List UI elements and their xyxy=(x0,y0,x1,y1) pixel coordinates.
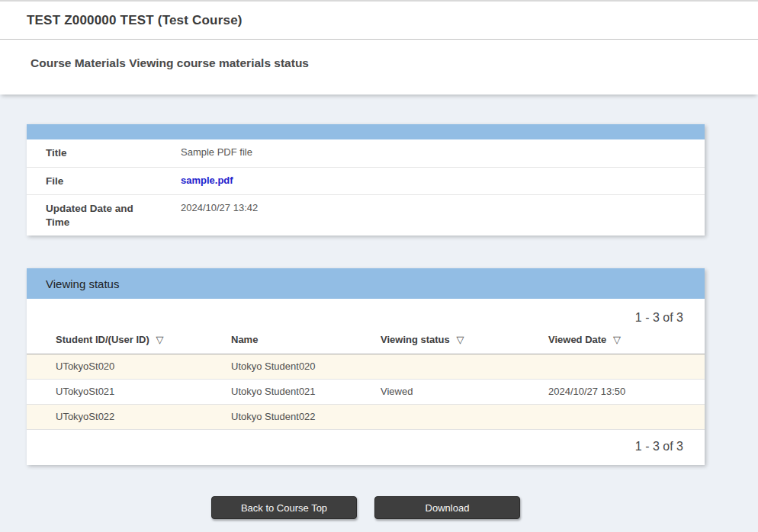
detail-row-file: File sample.pdf xyxy=(27,167,705,195)
sort-icon[interactable]: ▽ xyxy=(613,334,621,345)
viewing-status-header-bar: Viewing status xyxy=(27,268,705,299)
viewing-status-table: Student ID/(User ID) ▽ Name Viewing stat… xyxy=(27,329,705,430)
column-header-student-id[interactable]: Student ID/(User ID) ▽ xyxy=(27,329,202,354)
cell-viewing-status: Viewed xyxy=(352,380,519,405)
action-button-row: Back to Course Top Download xyxy=(27,496,705,519)
cell-viewing-status xyxy=(352,354,519,380)
column-header-name-label: Name xyxy=(231,334,258,345)
material-details-card: Title Sample PDF file File sample.pdf Up… xyxy=(27,124,705,236)
detail-value-file: sample.pdf xyxy=(162,167,705,195)
table-row: UTokyoSt020 Utokyo Student020 xyxy=(27,354,705,380)
course-title-bar: TEST Z000000 TEST (Test Course) xyxy=(0,0,758,40)
column-header-viewed-date[interactable]: Viewed Date ▽ xyxy=(519,329,705,354)
viewing-status-card: Viewing status 1 - 3 of 3 Student ID/(Us… xyxy=(27,268,705,465)
detail-value-updated: 2024/10/27 13:42 xyxy=(162,195,705,236)
file-download-link[interactable]: sample.pdf xyxy=(181,175,233,186)
column-header-viewing-status-label: Viewing status xyxy=(381,334,450,345)
detail-row-title: Title Sample PDF file xyxy=(27,139,705,167)
course-title: TEST Z000000 TEST (Test Course) xyxy=(27,13,242,28)
sort-icon[interactable]: ▽ xyxy=(456,334,464,345)
material-details-header-bar xyxy=(27,124,705,139)
detail-label-title: Title xyxy=(27,139,162,167)
pagination-top: 1 - 3 of 3 xyxy=(27,299,705,329)
detail-row-updated: Updated Date and Time 2024/10/27 13:42 xyxy=(27,195,705,236)
cell-student-id: UTokyoSt021 xyxy=(27,380,202,405)
table-row: UTokyoSt021 Utokyo Student021 Viewed 202… xyxy=(27,380,705,405)
column-header-student-id-label: Student ID/(User ID) xyxy=(56,334,149,345)
page-subtitle: Course Materials Viewing course material… xyxy=(31,56,309,70)
cell-name: Utokyo Student022 xyxy=(202,405,352,430)
cell-viewed-date xyxy=(519,405,705,430)
cell-student-id: UTokyoSt022 xyxy=(27,405,202,430)
pagination-bottom: 1 - 3 of 3 xyxy=(27,430,705,465)
cell-name: Utokyo Student020 xyxy=(202,354,352,380)
cell-viewed-date xyxy=(519,354,705,380)
cell-viewing-status xyxy=(352,405,519,430)
cell-student-id: UTokyoSt020 xyxy=(27,354,202,380)
column-header-viewed-date-label: Viewed Date xyxy=(548,334,606,345)
table-row: UTokyoSt022 Utokyo Student022 xyxy=(27,405,705,430)
viewing-status-heading: Viewing status xyxy=(46,277,119,290)
detail-label-file: File xyxy=(27,167,162,195)
detail-value-title: Sample PDF file xyxy=(162,139,705,167)
page-subtitle-bar: Course Materials Viewing course material… xyxy=(0,40,758,95)
table-header-row: Student ID/(User ID) ▽ Name Viewing stat… xyxy=(27,329,705,354)
column-header-viewing-status[interactable]: Viewing status ▽ xyxy=(352,329,519,354)
main-content: Title Sample PDF file File sample.pdf Up… xyxy=(0,95,758,531)
cell-name: Utokyo Student021 xyxy=(202,380,352,405)
back-to-course-top-button[interactable]: Back to Course Top xyxy=(211,496,357,519)
cell-viewed-date: 2024/10/27 13:50 xyxy=(519,380,705,405)
detail-label-updated: Updated Date and Time xyxy=(27,195,162,236)
material-details-table: Title Sample PDF file File sample.pdf Up… xyxy=(27,139,705,236)
sort-icon[interactable]: ▽ xyxy=(156,334,163,345)
download-button[interactable]: Download xyxy=(374,496,520,519)
column-header-name: Name xyxy=(202,329,352,354)
